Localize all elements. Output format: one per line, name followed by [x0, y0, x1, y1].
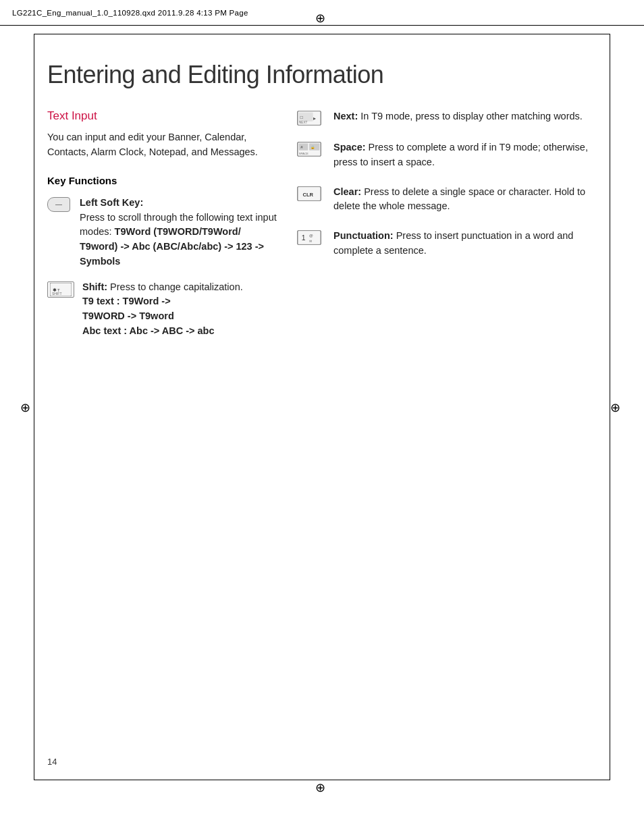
col-right: □ ▸ NEXT Next: In T9 mode, press to disp… — [297, 109, 597, 273]
icon-next: □ ▸ NEXT — [297, 111, 324, 126]
svg-text:1: 1 — [302, 234, 306, 242]
space-key-label: Space: — [333, 142, 366, 153]
left-soft-key-label: Left Soft Key: — [80, 197, 143, 208]
next-key-label: Next: — [333, 111, 358, 121]
right-item-next: □ ▸ NEXT Next: In T9 mode, press to disp… — [297, 109, 597, 126]
key-item-left-soft: Left Soft Key: Press to scroll through t… — [47, 196, 277, 269]
header-text: LG221C_Eng_manual_1.0_110928.qxd 2011.9.… — [12, 9, 248, 17]
clear-key-label: Clear: — [333, 186, 361, 197]
clear-key-text: Clear: Press to delete a single space or… — [333, 185, 597, 215]
reg-mark-bottom — [315, 780, 329, 794]
icon-left-soft-key — [47, 197, 72, 212]
svg-text:CLR: CLR — [303, 191, 314, 197]
svg-text:SPACE: SPACE — [299, 153, 308, 156]
shift-key-text: Shift: Press to change capitalization. T… — [82, 280, 243, 339]
punct-key-icon: 1 @ ✉ — [297, 230, 321, 245]
border-bottom — [34, 780, 610, 780]
clear-key-icon: CLR — [297, 186, 321, 201]
svg-text:✉: ✉ — [309, 240, 312, 243]
reg-mark-left — [20, 400, 34, 414]
page-title: Entering and Editing Information — [47, 61, 597, 89]
svg-text:▸: ▸ — [313, 115, 316, 121]
svg-text:@: @ — [309, 234, 313, 238]
section-title-text-input: Text Input — [47, 109, 277, 123]
page-number: 14 — [47, 757, 57, 767]
svg-text:SHIFT: SHIFT — [52, 292, 61, 296]
border-left — [34, 34, 34, 780]
page-container: LG221C_Eng_manual_1.0_110928.qxd 2011.9.… — [0, 0, 644, 814]
border-right — [610, 34, 610, 780]
svg-text:□: □ — [300, 115, 303, 119]
key-item-shift: ✱ T SHIFT Shift: Press to change capital… — [47, 280, 277, 339]
left-soft-key-icon — [47, 197, 70, 212]
main-content: Entering and Editing Information Text In… — [47, 40, 597, 774]
icon-clear: CLR — [297, 186, 324, 201]
two-col-layout: Text Input You can input and edit your B… — [47, 109, 597, 350]
right-item-clear: CLR Clear: Press to delete a single spac… — [297, 185, 597, 215]
space-key-icon: # 🔒 SPACE — [297, 142, 321, 157]
section-body-text-input: You can input and edit your Banner, Cale… — [47, 130, 277, 160]
icon-punct: 1 @ ✉ — [297, 230, 324, 245]
border-top — [34, 34, 610, 34]
punct-key-text: Punctuation: Press to insert punctuation… — [333, 229, 597, 259]
next-key-icon: □ ▸ NEXT — [297, 111, 321, 126]
left-soft-key-desc: Press to scroll through the following te… — [80, 212, 277, 267]
punct-key-label: Punctuation: — [333, 230, 394, 241]
right-item-punct: 1 @ ✉ Punctuation: Press to insert punct… — [297, 229, 597, 259]
key-functions-title: Key Functions — [47, 175, 277, 186]
shift-key-label: Shift: — [82, 281, 107, 292]
icon-shift: ✱ T SHIFT — [47, 281, 74, 298]
shift-key-icon: ✱ T SHIFT — [47, 281, 74, 298]
left-soft-key-text: Left Soft Key: Press to scroll through t… — [80, 196, 277, 269]
reg-mark-top — [315, 11, 329, 24]
svg-text:🔒: 🔒 — [311, 145, 315, 150]
col-left: Text Input You can input and edit your B… — [47, 109, 277, 350]
svg-text:NEXT: NEXT — [299, 121, 308, 125]
icon-space: # 🔒 SPACE — [297, 142, 324, 157]
space-key-text: Space: Press to complete a word if in T9… — [333, 140, 597, 170]
reg-mark-right — [610, 400, 624, 414]
right-item-space: # 🔒 SPACE Space: Press to complete a wor… — [297, 140, 597, 170]
next-key-text: Next: In T9 mode, press to display other… — [333, 109, 583, 124]
